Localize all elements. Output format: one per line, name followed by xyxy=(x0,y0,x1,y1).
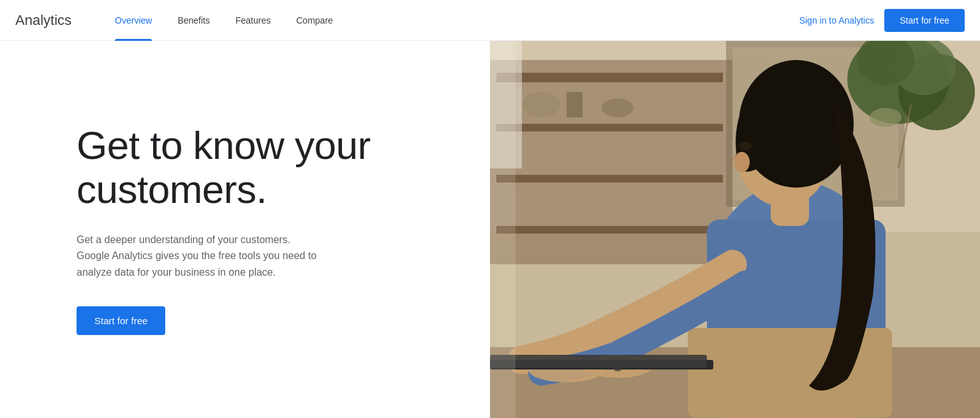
hero-image xyxy=(490,41,980,418)
svg-point-33 xyxy=(612,361,623,371)
site-logo: Analytics xyxy=(15,12,71,29)
hero-headline: Get to know your customers. xyxy=(77,124,439,211)
svg-rect-5 xyxy=(496,175,723,183)
hero-cta-button[interactable]: Start for free xyxy=(77,306,165,335)
navbar: Analytics Overview Benefits Features Com… xyxy=(0,0,980,41)
svg-point-7 xyxy=(522,92,560,117)
hero-content: Get to know your customers. Get a deeper… xyxy=(0,41,490,418)
nav-links: Overview Benefits Features Compare xyxy=(102,0,799,41)
nav-link-features[interactable]: Features xyxy=(223,0,283,41)
svg-point-9 xyxy=(602,98,634,117)
svg-point-17 xyxy=(870,108,902,127)
nav-link-overview[interactable]: Overview xyxy=(102,0,165,41)
svg-point-28 xyxy=(739,142,752,151)
hero-illustration xyxy=(490,41,980,418)
hero-description: Get a deeper understanding of your custo… xyxy=(77,232,319,281)
nav-link-compare[interactable]: Compare xyxy=(283,0,346,41)
svg-rect-6 xyxy=(496,226,723,234)
hero-section: Get to know your customers. Get a deeper… xyxy=(0,41,980,418)
nav-actions: Sign in to Analytics Start for free xyxy=(799,9,965,32)
svg-rect-8 xyxy=(567,92,583,117)
sign-in-link[interactable]: Sign in to Analytics xyxy=(799,15,875,26)
start-free-nav-button[interactable]: Start for free xyxy=(884,9,965,32)
svg-rect-3 xyxy=(496,73,723,82)
svg-rect-4 xyxy=(496,124,723,131)
svg-rect-35 xyxy=(490,41,516,418)
hero-photo xyxy=(490,41,980,418)
svg-rect-32 xyxy=(490,355,707,368)
nav-link-benefits[interactable]: Benefits xyxy=(165,0,223,41)
